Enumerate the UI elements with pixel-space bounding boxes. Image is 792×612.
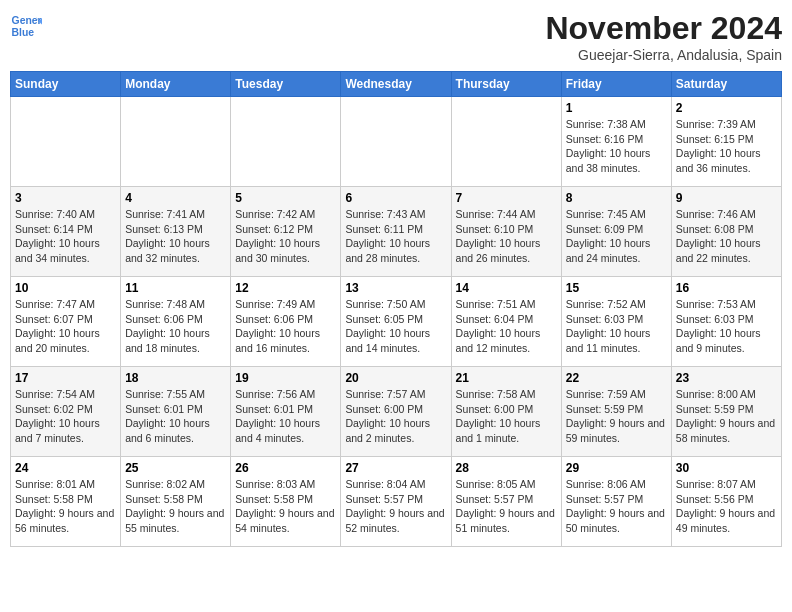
calendar-cell: 7Sunrise: 7:44 AM Sunset: 6:10 PM Daylig…	[451, 187, 561, 277]
day-info: Sunrise: 7:39 AM Sunset: 6:15 PM Dayligh…	[676, 117, 777, 176]
day-info: Sunrise: 7:56 AM Sunset: 6:01 PM Dayligh…	[235, 387, 336, 446]
logo-icon: General Blue	[10, 10, 42, 42]
day-info: Sunrise: 7:52 AM Sunset: 6:03 PM Dayligh…	[566, 297, 667, 356]
day-number: 25	[125, 461, 226, 475]
day-info: Sunrise: 7:43 AM Sunset: 6:11 PM Dayligh…	[345, 207, 446, 266]
calendar-week-row: 17Sunrise: 7:54 AM Sunset: 6:02 PM Dayli…	[11, 367, 782, 457]
day-info: Sunrise: 7:44 AM Sunset: 6:10 PM Dayligh…	[456, 207, 557, 266]
day-info: Sunrise: 7:42 AM Sunset: 6:12 PM Dayligh…	[235, 207, 336, 266]
day-info: Sunrise: 7:50 AM Sunset: 6:05 PM Dayligh…	[345, 297, 446, 356]
calendar-cell: 22Sunrise: 7:59 AM Sunset: 5:59 PM Dayli…	[561, 367, 671, 457]
day-info: Sunrise: 7:53 AM Sunset: 6:03 PM Dayligh…	[676, 297, 777, 356]
day-number: 14	[456, 281, 557, 295]
calendar-cell	[451, 97, 561, 187]
page-title: November 2024	[545, 10, 782, 47]
day-number: 26	[235, 461, 336, 475]
day-number: 24	[15, 461, 116, 475]
calendar-week-row: 1Sunrise: 7:38 AM Sunset: 6:16 PM Daylig…	[11, 97, 782, 187]
day-info: Sunrise: 7:59 AM Sunset: 5:59 PM Dayligh…	[566, 387, 667, 446]
calendar-week-row: 3Sunrise: 7:40 AM Sunset: 6:14 PM Daylig…	[11, 187, 782, 277]
day-info: Sunrise: 7:55 AM Sunset: 6:01 PM Dayligh…	[125, 387, 226, 446]
calendar-table: SundayMondayTuesdayWednesdayThursdayFrid…	[10, 71, 782, 547]
day-info: Sunrise: 7:38 AM Sunset: 6:16 PM Dayligh…	[566, 117, 667, 176]
day-number: 15	[566, 281, 667, 295]
calendar-cell: 24Sunrise: 8:01 AM Sunset: 5:58 PM Dayli…	[11, 457, 121, 547]
calendar-cell	[341, 97, 451, 187]
day-info: Sunrise: 8:01 AM Sunset: 5:58 PM Dayligh…	[15, 477, 116, 536]
page-header: General Blue November 2024 Gueejar-Sierr…	[10, 10, 782, 63]
day-number: 12	[235, 281, 336, 295]
weekday-header: Sunday	[11, 72, 121, 97]
day-number: 2	[676, 101, 777, 115]
calendar-cell: 25Sunrise: 8:02 AM Sunset: 5:58 PM Dayli…	[121, 457, 231, 547]
day-info: Sunrise: 7:57 AM Sunset: 6:00 PM Dayligh…	[345, 387, 446, 446]
weekday-header: Monday	[121, 72, 231, 97]
calendar-cell: 4Sunrise: 7:41 AM Sunset: 6:13 PM Daylig…	[121, 187, 231, 277]
day-info: Sunrise: 7:54 AM Sunset: 6:02 PM Dayligh…	[15, 387, 116, 446]
day-number: 22	[566, 371, 667, 385]
calendar-cell: 12Sunrise: 7:49 AM Sunset: 6:06 PM Dayli…	[231, 277, 341, 367]
day-number: 21	[456, 371, 557, 385]
day-number: 11	[125, 281, 226, 295]
day-info: Sunrise: 8:03 AM Sunset: 5:58 PM Dayligh…	[235, 477, 336, 536]
day-info: Sunrise: 8:07 AM Sunset: 5:56 PM Dayligh…	[676, 477, 777, 536]
calendar-cell: 2Sunrise: 7:39 AM Sunset: 6:15 PM Daylig…	[671, 97, 781, 187]
day-number: 23	[676, 371, 777, 385]
calendar-cell: 21Sunrise: 7:58 AM Sunset: 6:00 PM Dayli…	[451, 367, 561, 457]
day-number: 7	[456, 191, 557, 205]
calendar-cell: 9Sunrise: 7:46 AM Sunset: 6:08 PM Daylig…	[671, 187, 781, 277]
day-number: 17	[15, 371, 116, 385]
day-number: 4	[125, 191, 226, 205]
calendar-cell: 18Sunrise: 7:55 AM Sunset: 6:01 PM Dayli…	[121, 367, 231, 457]
day-number: 29	[566, 461, 667, 475]
calendar-cell: 5Sunrise: 7:42 AM Sunset: 6:12 PM Daylig…	[231, 187, 341, 277]
day-number: 19	[235, 371, 336, 385]
calendar-cell: 15Sunrise: 7:52 AM Sunset: 6:03 PM Dayli…	[561, 277, 671, 367]
calendar-cell: 23Sunrise: 8:00 AM Sunset: 5:59 PM Dayli…	[671, 367, 781, 457]
weekday-header: Saturday	[671, 72, 781, 97]
calendar-week-row: 10Sunrise: 7:47 AM Sunset: 6:07 PM Dayli…	[11, 277, 782, 367]
day-info: Sunrise: 7:40 AM Sunset: 6:14 PM Dayligh…	[15, 207, 116, 266]
day-info: Sunrise: 7:45 AM Sunset: 6:09 PM Dayligh…	[566, 207, 667, 266]
calendar-cell: 10Sunrise: 7:47 AM Sunset: 6:07 PM Dayli…	[11, 277, 121, 367]
calendar-cell: 11Sunrise: 7:48 AM Sunset: 6:06 PM Dayli…	[121, 277, 231, 367]
calendar-cell: 1Sunrise: 7:38 AM Sunset: 6:16 PM Daylig…	[561, 97, 671, 187]
day-info: Sunrise: 8:04 AM Sunset: 5:57 PM Dayligh…	[345, 477, 446, 536]
day-number: 5	[235, 191, 336, 205]
day-info: Sunrise: 7:48 AM Sunset: 6:06 PM Dayligh…	[125, 297, 226, 356]
day-number: 6	[345, 191, 446, 205]
calendar-cell: 30Sunrise: 8:07 AM Sunset: 5:56 PM Dayli…	[671, 457, 781, 547]
day-info: Sunrise: 8:00 AM Sunset: 5:59 PM Dayligh…	[676, 387, 777, 446]
calendar-week-row: 24Sunrise: 8:01 AM Sunset: 5:58 PM Dayli…	[11, 457, 782, 547]
day-info: Sunrise: 8:05 AM Sunset: 5:57 PM Dayligh…	[456, 477, 557, 536]
calendar-cell: 6Sunrise: 7:43 AM Sunset: 6:11 PM Daylig…	[341, 187, 451, 277]
day-info: Sunrise: 7:41 AM Sunset: 6:13 PM Dayligh…	[125, 207, 226, 266]
day-number: 30	[676, 461, 777, 475]
day-info: Sunrise: 7:58 AM Sunset: 6:00 PM Dayligh…	[456, 387, 557, 446]
calendar-cell: 16Sunrise: 7:53 AM Sunset: 6:03 PM Dayli…	[671, 277, 781, 367]
calendar-cell: 14Sunrise: 7:51 AM Sunset: 6:04 PM Dayli…	[451, 277, 561, 367]
calendar-cell: 20Sunrise: 7:57 AM Sunset: 6:00 PM Dayli…	[341, 367, 451, 457]
calendar-cell: 27Sunrise: 8:04 AM Sunset: 5:57 PM Dayli…	[341, 457, 451, 547]
day-number: 9	[676, 191, 777, 205]
weekday-header: Tuesday	[231, 72, 341, 97]
day-number: 27	[345, 461, 446, 475]
day-info: Sunrise: 8:06 AM Sunset: 5:57 PM Dayligh…	[566, 477, 667, 536]
logo: General Blue	[10, 10, 42, 42]
calendar-cell: 29Sunrise: 8:06 AM Sunset: 5:57 PM Dayli…	[561, 457, 671, 547]
page-subtitle: Gueejar-Sierra, Andalusia, Spain	[545, 47, 782, 63]
weekday-header: Wednesday	[341, 72, 451, 97]
calendar-cell: 26Sunrise: 8:03 AM Sunset: 5:58 PM Dayli…	[231, 457, 341, 547]
day-number: 13	[345, 281, 446, 295]
calendar-cell: 19Sunrise: 7:56 AM Sunset: 6:01 PM Dayli…	[231, 367, 341, 457]
day-info: Sunrise: 7:46 AM Sunset: 6:08 PM Dayligh…	[676, 207, 777, 266]
day-number: 20	[345, 371, 446, 385]
day-number: 10	[15, 281, 116, 295]
day-info: Sunrise: 7:51 AM Sunset: 6:04 PM Dayligh…	[456, 297, 557, 356]
calendar-cell: 28Sunrise: 8:05 AM Sunset: 5:57 PM Dayli…	[451, 457, 561, 547]
day-number: 16	[676, 281, 777, 295]
calendar-cell: 8Sunrise: 7:45 AM Sunset: 6:09 PM Daylig…	[561, 187, 671, 277]
calendar-cell: 17Sunrise: 7:54 AM Sunset: 6:02 PM Dayli…	[11, 367, 121, 457]
calendar-cell	[121, 97, 231, 187]
weekday-header: Friday	[561, 72, 671, 97]
